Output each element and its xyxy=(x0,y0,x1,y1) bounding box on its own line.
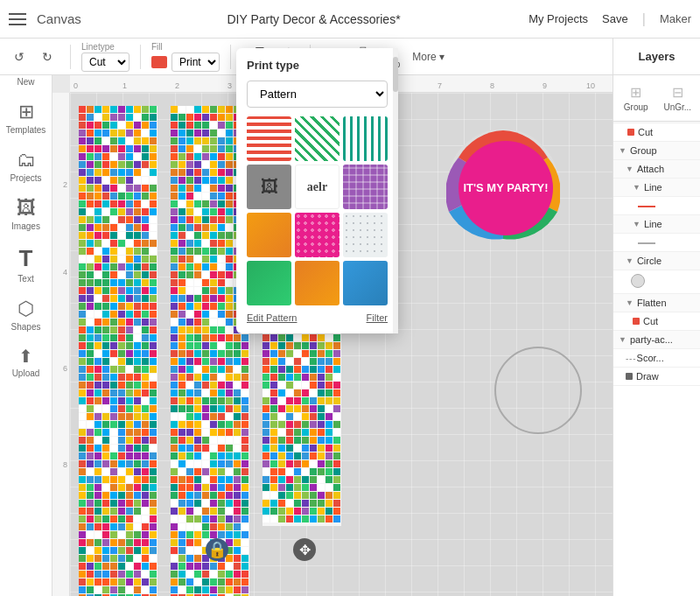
layers-panel: ▼ Square Cut ▼ Group ▼ Attach ▼ Line ▼ L… xyxy=(612,105,700,596)
linetype-select[interactable]: Cut xyxy=(81,53,130,72)
pattern-swatch-blue[interactable] xyxy=(343,261,388,305)
filter-link[interactable]: Filter xyxy=(367,312,388,323)
pattern-swatch-red-stripes[interactable] xyxy=(247,116,291,161)
sidebar-item-templates[interactable]: ⊞ Templates xyxy=(4,95,49,140)
toolbar-divider-2 xyxy=(140,45,141,69)
left-sidebar: + New ⊞ Templates 🗂 Projects 🖼 Images T … xyxy=(0,39,52,596)
nav-divider: | xyxy=(642,11,646,27)
layers-item-score[interactable]: - - - Scor... xyxy=(613,349,700,368)
pattern-swatch-bw-photo[interactable]: 🖼 xyxy=(247,165,291,209)
chevron-icon-2: ▼ xyxy=(619,146,626,155)
more-button[interactable]: More ▾ xyxy=(407,47,450,67)
sidebar-label-shapes: Shapes xyxy=(11,322,41,332)
chevron-icon-7: ▼ xyxy=(626,298,634,307)
move-icon[interactable]: ✥ xyxy=(293,538,316,561)
print-type-popup: Print type Pattern Solid Gradient None 🖼… xyxy=(236,48,398,333)
images-icon: 🖼 xyxy=(17,197,36,220)
circle-swatch xyxy=(631,274,645,288)
pattern-swatch-text-art[interactable]: aelr xyxy=(295,165,340,209)
popup-scrollbar[interactable] xyxy=(393,48,398,333)
pattern-swatch-purple-dash[interactable] xyxy=(343,165,388,209)
document-title: DIY Party Decor & Accessories* xyxy=(99,12,528,26)
draw-color xyxy=(626,373,633,380)
banner-strip-1[interactable] xyxy=(79,106,158,596)
templates-icon: ⊞ xyxy=(18,101,34,123)
sidebar-label-projects: Projects xyxy=(10,173,41,183)
popup-title: Print type xyxy=(247,59,388,72)
pattern-swatch-pink-dot[interactable] xyxy=(295,213,340,257)
layers-item-line-2[interactable]: ▼ Line xyxy=(613,215,700,234)
pattern-swatch-orange[interactable] xyxy=(295,261,340,305)
sidebar-item-upload[interactable]: ⬆ Upload xyxy=(4,340,49,383)
cut-color-2 xyxy=(633,318,640,325)
toolbar-divider-3 xyxy=(230,45,231,69)
line-color-bar-1 xyxy=(638,206,655,207)
group-button[interactable]: ⊞ Group xyxy=(617,81,655,116)
layers-actions: ⊞ Group ⊟ UnGr... xyxy=(612,75,700,122)
layers-item-attach[interactable]: ▼ Attach xyxy=(613,160,700,179)
chevron-icon-4: ▼ xyxy=(633,183,640,192)
chevron-icon-3: ▼ xyxy=(626,165,634,173)
layers-item-cut-1[interactable]: Cut xyxy=(613,123,700,142)
group-icon: ⊞ xyxy=(630,84,641,101)
pattern-swatch-teal-vert[interactable] xyxy=(343,116,388,161)
layers-item-circle-swatch xyxy=(613,270,700,294)
app-logo: Canvas xyxy=(37,11,81,26)
ungroup-button[interactable]: ⊟ UnGr... xyxy=(659,81,697,116)
cut-color-1 xyxy=(627,129,634,136)
shapes-icon: ⬡ xyxy=(18,298,34,320)
lock-icon[interactable]: 🔒 xyxy=(206,538,228,561)
layers-item-circle[interactable]: ▼ Circle xyxy=(613,252,700,270)
toolbar-divider-1 xyxy=(70,45,71,69)
layers-item-line-2-bar xyxy=(613,234,700,252)
layers-item-party[interactable]: ▼ party-ac... xyxy=(613,331,700,349)
circle-outline[interactable] xyxy=(494,347,582,434)
pattern-swatch-green-diag[interactable] xyxy=(295,116,340,161)
projects-icon: 🗂 xyxy=(17,149,36,172)
pattern-swatch-white-dot[interactable] xyxy=(343,213,388,257)
pattern-grid: 🖼 aelr xyxy=(247,116,388,305)
linetype-group: Linetype Cut xyxy=(81,42,130,72)
chevron-icon-8: ▼ xyxy=(619,335,626,344)
sidebar-item-shapes[interactable]: ⬡ Shapes xyxy=(4,292,49,337)
fill-group: Fill Print xyxy=(151,42,220,72)
sidebar-label-images: Images xyxy=(11,221,40,231)
popup-scrollbar-thumb[interactable] xyxy=(393,57,398,92)
layers-item-flatten[interactable]: ▼ Flatten xyxy=(613,294,700,312)
popup-footer: Edit Pattern Filter xyxy=(247,312,388,323)
score-dash: - - - xyxy=(626,354,635,363)
ruler-vertical: 2 4 6 8 xyxy=(52,93,70,596)
undo-button[interactable]: ↺ xyxy=(7,45,32,69)
sidebar-item-text[interactable]: T Text xyxy=(4,240,49,289)
upload-icon: ⬆ xyxy=(18,346,33,367)
redo-button[interactable]: ↻ xyxy=(35,45,60,69)
layers-item-line-1[interactable]: ▼ Line xyxy=(613,179,700,197)
nav-right: My Projects Save | Maker xyxy=(528,11,691,27)
party-text-badge[interactable]: IT'S MY PARTY! xyxy=(458,141,553,235)
maker-link[interactable]: Maker xyxy=(660,12,691,25)
sidebar-label-text: Text xyxy=(18,274,33,284)
print-type-select[interactable]: Pattern Solid Gradient None xyxy=(247,81,388,108)
layers-item-group[interactable]: ▼ Group xyxy=(613,142,700,160)
my-projects-link[interactable]: My Projects xyxy=(528,12,588,25)
hamburger-menu[interactable] xyxy=(9,13,26,25)
save-button[interactable]: Save xyxy=(602,12,628,25)
sidebar-item-images[interactable]: 🖼 Images xyxy=(4,192,49,236)
ungroup-icon: ⊟ xyxy=(672,84,683,101)
pattern-swatch-green[interactable] xyxy=(247,261,291,305)
fill-color-swatch[interactable] xyxy=(151,56,167,68)
sidebar-label-upload: Upload xyxy=(12,368,40,378)
sidebar-label-templates: Templates xyxy=(6,125,46,135)
edit-pattern-link[interactable]: Edit Pattern xyxy=(247,312,297,323)
sidebar-item-projects[interactable]: 🗂 Projects xyxy=(4,144,49,188)
pattern-swatch-peach[interactable] xyxy=(247,213,291,257)
layers-item-cut-2[interactable]: Cut xyxy=(613,312,700,331)
top-nav: Canvas DIY Party Decor & Accessories* My… xyxy=(0,0,700,39)
layers-item-draw[interactable]: Draw xyxy=(613,368,700,386)
fill-label: Fill xyxy=(151,42,220,52)
line-color-bar-2 xyxy=(638,242,655,244)
undo-redo-section: ↺ ↻ xyxy=(7,45,60,69)
layers-panel-header: Layers xyxy=(612,39,700,75)
layers-title: Layers xyxy=(639,50,676,63)
fill-select[interactable]: Print xyxy=(172,53,220,72)
